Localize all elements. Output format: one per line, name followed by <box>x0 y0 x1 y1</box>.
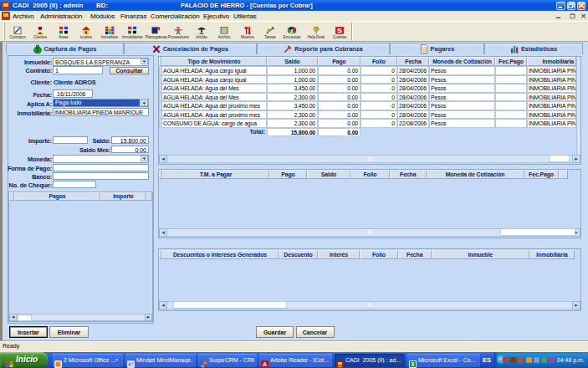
svg-text:$: $ <box>36 47 39 54</box>
svg-text:X: X <box>411 361 415 367</box>
svg-text:S: S <box>337 27 342 34</box>
svg-text:?: ? <box>314 27 318 32</box>
svg-text:A: A <box>263 361 267 367</box>
